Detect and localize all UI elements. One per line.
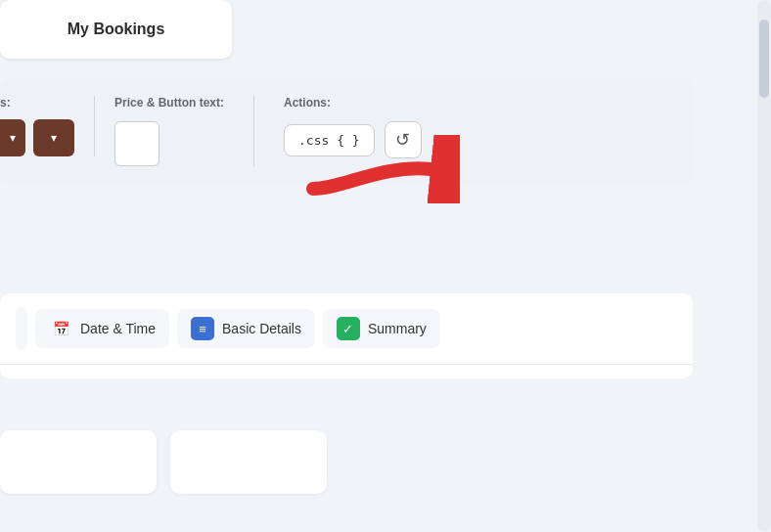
- actions-section: Actions: .css { } ↺: [284, 96, 422, 158]
- left-dropdowns-section: s: ▾ ▾: [0, 96, 95, 156]
- tab-summary-label: Summary: [368, 321, 427, 336]
- tab-summary-icon: ✓: [337, 317, 360, 340]
- bottom-card-2: [170, 430, 327, 494]
- refresh-icon: ↺: [395, 129, 410, 151]
- tab-summary[interactable]: ✓ Summary: [323, 309, 440, 348]
- scrollbar-track: [757, 0, 771, 532]
- chevron-down-icon-1: ▾: [10, 131, 16, 145]
- left-section-label: s:: [0, 96, 74, 110]
- bottom-cards-row: [0, 430, 327, 494]
- refresh-button[interactable]: ↺: [385, 121, 422, 158]
- scrollbar-thumb[interactable]: [759, 20, 769, 98]
- chevron-down-icon-2: ▾: [51, 131, 57, 145]
- dropdown-button-2[interactable]: ▾: [33, 119, 74, 156]
- tab-partial: [16, 307, 27, 350]
- dropdown-button-1-partial[interactable]: ▾: [0, 119, 25, 156]
- my-bookings-title: My Bookings: [68, 21, 165, 38]
- tab-datetime-icon: 📅: [49, 317, 72, 340]
- css-editor-button[interactable]: .css { }: [284, 124, 375, 156]
- bottom-card-1: [0, 430, 157, 494]
- tab-datetime[interactable]: 📅 Date & Time: [35, 309, 169, 348]
- tabs-panel: 📅 Date & Time ≡ Basic Details ✓ Summary: [0, 293, 693, 378]
- tab-basicdetails[interactable]: ≡ Basic Details: [177, 309, 315, 348]
- tab-basicdetails-label: Basic Details: [222, 321, 301, 336]
- toolbar-panel: s: ▾ ▾ Price & Button text: Actions: .c: [0, 78, 693, 184]
- tab-basicdetails-icon: ≡: [191, 317, 214, 340]
- price-button-section: Price & Button text:: [114, 96, 254, 166]
- my-bookings-card: My Bookings: [0, 0, 232, 59]
- price-section-label: Price & Button text:: [114, 96, 224, 110]
- tab-datetime-label: Date & Time: [80, 321, 156, 336]
- color-swatch[interactable]: [114, 121, 159, 166]
- actions-label: Actions:: [284, 96, 422, 110]
- tabs-divider: [0, 364, 693, 365]
